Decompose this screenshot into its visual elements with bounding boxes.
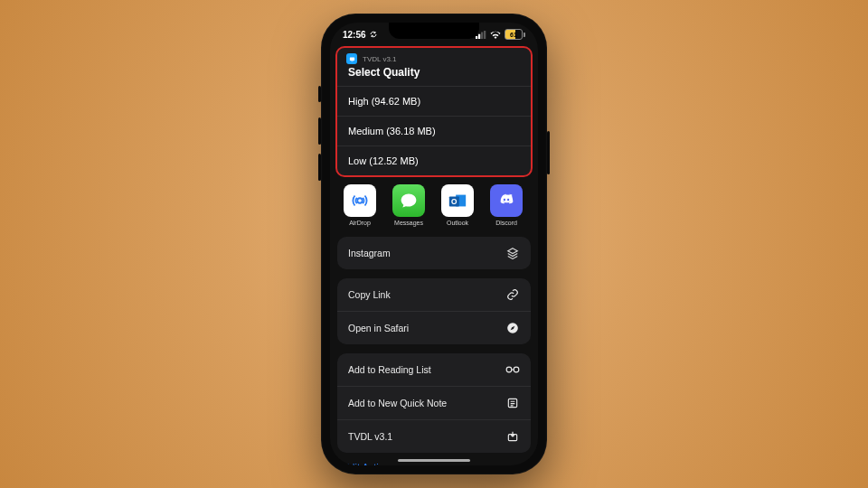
action-label: Open in Safari — [348, 323, 409, 333]
share-target-airdrop[interactable]: AirDrop — [341, 184, 379, 226]
notch — [389, 23, 479, 39]
volume-down-button — [318, 154, 321, 181]
power-button — [547, 131, 550, 174]
action-label: Instagram — [348, 248, 391, 258]
svg-rect-2 — [481, 32, 483, 39]
wifi-icon — [490, 31, 501, 39]
home-indicator[interactable] — [398, 459, 470, 462]
svg-text:O: O — [451, 198, 458, 206]
volume-up-button — [318, 117, 321, 145]
battery-level: 61 — [505, 29, 523, 40]
action-copy-link[interactable]: Copy Link — [337, 278, 531, 311]
svg-rect-0 — [476, 36, 477, 39]
share-app-row: AirDrop Messages O Outlook — [330, 177, 538, 228]
panel-header: TVDL v3.1 — [337, 48, 531, 66]
action-tvdl[interactable]: TVDL v3.1 — [337, 419, 531, 453]
stage: 12:56 61 — [0, 0, 868, 488]
clock: 12:56 — [343, 30, 366, 40]
quality-panel: TVDL v3.1 Select Quality High (94.62 MB)… — [335, 46, 533, 177]
sync-icon — [370, 31, 377, 38]
panel-app-name: TVDL v3.1 — [363, 55, 397, 63]
airdrop-icon — [344, 184, 376, 217]
quality-option-low[interactable]: Low (12.52 MB) — [337, 145, 531, 175]
stack-icon — [505, 246, 520, 260]
action-group-1: Instagram — [337, 237, 531, 269]
action-group-2: Copy Link Open in Safari — [337, 278, 531, 344]
svg-point-12 — [514, 367, 519, 372]
action-label: Add to Reading List — [348, 364, 431, 375]
app-label: AirDrop — [349, 220, 371, 226]
quality-option-high[interactable]: High (94.62 MB) — [337, 86, 531, 116]
glasses-icon — [505, 362, 520, 377]
action-group-3: Add to Reading List Add to New Quick Not… — [337, 353, 531, 453]
tvdl-app-icon — [346, 53, 357, 64]
action-reading-list[interactable]: Add to Reading List — [337, 353, 531, 386]
download-box-icon — [505, 429, 520, 444]
svg-point-11 — [506, 367, 512, 372]
messages-icon — [392, 184, 425, 217]
action-open-safari[interactable]: Open in Safari — [337, 311, 531, 344]
phone-frame: 12:56 61 — [321, 14, 547, 474]
share-target-discord[interactable]: Discord — [487, 184, 525, 226]
share-target-outlook[interactable]: O Outlook — [439, 184, 476, 226]
action-label: Copy Link — [348, 289, 391, 300]
action-label: Add to New Quick Note — [348, 398, 447, 408]
discord-icon — [490, 184, 523, 217]
app-label: Outlook — [447, 220, 468, 226]
app-label: Discord — [495, 220, 517, 226]
panel-title: Select Quality — [337, 66, 531, 86]
note-icon — [505, 396, 520, 410]
screen: 12:56 61 — [330, 23, 538, 465]
svg-rect-5 — [351, 61, 353, 61]
svg-point-6 — [357, 198, 363, 203]
action-instagram[interactable]: Instagram — [337, 237, 531, 269]
svg-rect-1 — [478, 33, 480, 38]
battery-indicator: 61 — [505, 29, 525, 40]
share-target-messages[interactable]: Messages — [390, 184, 428, 226]
app-label: Messages — [394, 220, 423, 226]
link-icon — [505, 287, 520, 302]
action-label: TVDL v3.1 — [348, 431, 392, 442]
silence-switch — [318, 86, 321, 102]
svg-rect-3 — [484, 31, 486, 39]
quality-option-medium[interactable]: Medium (36.18 MB) — [337, 116, 531, 145]
outlook-icon: O — [441, 184, 474, 217]
action-quick-note[interactable]: Add to New Quick Note — [337, 386, 531, 419]
svg-rect-4 — [349, 57, 354, 61]
compass-icon — [505, 321, 520, 335]
